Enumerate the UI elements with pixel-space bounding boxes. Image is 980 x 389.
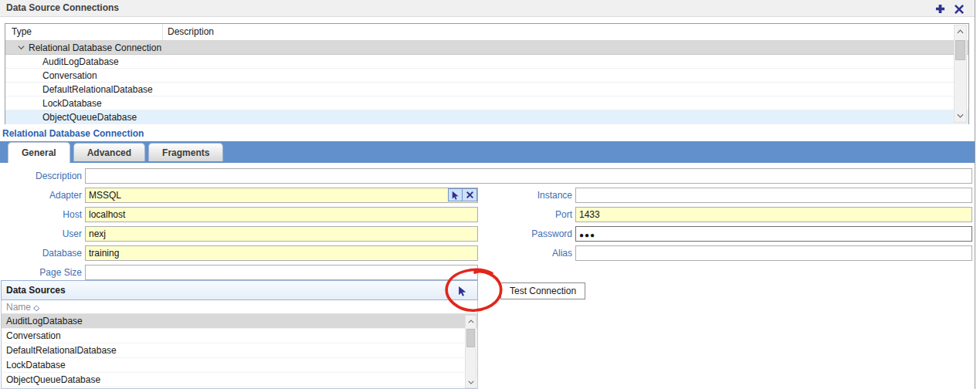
chevron-down-icon[interactable] — [17, 43, 25, 52]
column-header-type[interactable]: Type — [12, 26, 32, 37]
data-sources-panel: Data Sources Name ◇ AuditLogDatabase Con… — [1, 280, 478, 389]
clear-x-icon — [466, 191, 473, 198]
column-header-description[interactable]: Description — [168, 26, 214, 37]
database-label: Database — [0, 245, 82, 261]
row-label: AuditLogDatabase — [42, 55, 119, 69]
list-scrollbar[interactable] — [465, 315, 476, 388]
data-source-connections-editor: Data Source Connections Type Description… — [0, 0, 975, 389]
page-size-label: Page Size — [0, 265, 82, 280]
user-field[interactable] — [85, 226, 478, 242]
detail-section-title: Relational Database Connection — [2, 128, 144, 139]
add-connection-button[interactable] — [934, 3, 946, 15]
panel-title: Data Source Connections — [6, 2, 119, 13]
tab-general[interactable]: General — [8, 142, 70, 163]
tab-bar: General Advanced Fragments — [0, 141, 975, 163]
data-sources-title: Data Sources — [6, 285, 66, 296]
list-item[interactable]: Conversation — [2, 329, 477, 343]
scroll-up-icon[interactable] — [955, 25, 966, 38]
app-window: Data Source Connections Type Description… — [0, 0, 980, 389]
table-row-selected[interactable]: ObjectQueueDatabase — [5, 110, 968, 124]
table-row[interactable]: DefaultRelationalDatabase — [5, 83, 968, 96]
instance-field[interactable] — [575, 188, 972, 203]
data-sources-select-button[interactable] — [457, 286, 468, 296]
name-column-label: Name — [6, 302, 31, 313]
description-field[interactable] — [85, 168, 972, 184]
host-field[interactable] — [85, 207, 478, 222]
table-row[interactable]: AuditLogDatabase — [5, 55, 968, 69]
tab-fragments[interactable]: Fragments — [148, 143, 223, 161]
row-label: LockDatabase — [42, 96, 102, 110]
row-label: Conversation — [42, 69, 97, 83]
scroll-up-icon[interactable] — [466, 316, 476, 326]
tab-advanced[interactable]: Advanced — [73, 143, 145, 161]
close-icon — [955, 5, 964, 14]
database-field[interactable] — [85, 245, 478, 261]
name-column-header[interactable]: Name ◇ — [1, 300, 478, 314]
list-item[interactable]: DefaultRelationalDatabase — [2, 343, 477, 358]
adapter-select-button[interactable] — [448, 188, 463, 201]
table-scrollbar[interactable] — [954, 25, 967, 123]
scrollbar-thumb[interactable] — [955, 40, 965, 60]
adapter-picker-buttons — [448, 188, 477, 201]
user-label: User — [0, 226, 82, 242]
delete-connection-button[interactable] — [953, 3, 965, 15]
row-label: ObjectQueueDatabase — [42, 110, 137, 124]
list-item[interactable]: LockDatabase — [2, 358, 477, 373]
port-label: Port — [485, 207, 572, 222]
test-connection-button[interactable]: Test Connection — [500, 282, 585, 299]
list-item-selected[interactable]: AuditLogDatabase — [2, 314, 477, 329]
tab-label: Advanced — [87, 147, 131, 158]
cursor-arrow-icon — [451, 191, 459, 200]
table-group-row[interactable]: Relational Database Connection — [5, 41, 968, 55]
cursor-arrow-icon — [457, 286, 467, 296]
data-sources-header: Data Sources — [1, 280, 478, 300]
data-sources-list: AuditLogDatabase Conversation DefaultRel… — [1, 314, 478, 389]
password-label: Password — [485, 226, 572, 242]
port-field[interactable] — [575, 207, 972, 222]
password-field[interactable] — [575, 226, 972, 242]
page-size-field[interactable] — [85, 265, 478, 280]
description-label: Description — [0, 168, 82, 184]
tab-label: General — [22, 147, 56, 158]
adapter-field[interactable] — [85, 188, 478, 203]
tab-label: Fragments — [162, 147, 209, 158]
sort-diamond-icon: ◇ — [33, 303, 39, 312]
alias-label: Alias — [485, 245, 572, 261]
table-header-row: Type Description — [5, 24, 968, 41]
panel-titlebar: Data Source Connections — [0, 0, 975, 17]
plus-icon — [935, 4, 945, 14]
group-row-label: Relational Database Connection — [29, 41, 161, 55]
scrollbar-thumb[interactable] — [466, 329, 475, 347]
table-row[interactable]: LockDatabase — [5, 96, 968, 110]
instance-label: Instance — [485, 188, 572, 203]
adapter-label: Adapter — [0, 188, 82, 203]
alias-field[interactable] — [575, 245, 972, 261]
scroll-down-icon[interactable] — [466, 377, 476, 387]
list-item[interactable]: ObjectQueueDatabase — [2, 373, 477, 387]
connections-table: Type Description Relational Database Con… — [5, 23, 969, 124]
row-label: DefaultRelationalDatabase — [42, 83, 153, 96]
scroll-down-icon[interactable] — [955, 110, 966, 122]
adapter-clear-button[interactable] — [463, 188, 477, 201]
table-row[interactable]: Conversation — [5, 69, 968, 83]
host-label: Host — [0, 207, 82, 222]
